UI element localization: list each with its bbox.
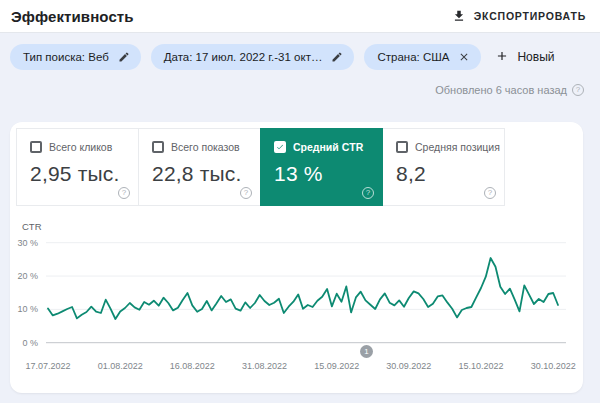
checkbox-unchecked-icon[interactable] — [30, 141, 42, 153]
performance-panel: Всего кликов 2,95 тыс. ? Всего показов 2… — [10, 122, 583, 393]
svg-text:20 %: 20 % — [17, 271, 38, 281]
last-updated-text: Обновлено 6 часов назад — [435, 84, 567, 96]
svg-text:16.08.2022: 16.08.2022 — [170, 361, 215, 371]
export-button[interactable]: Экспортировать — [452, 9, 586, 23]
filter-bar: Тип поиска: Веб Дата: 17 июл. 2022 г.-31… — [10, 44, 558, 70]
svg-text:CTR: CTR — [22, 221, 42, 232]
svg-text:15.10.2022: 15.10.2022 — [458, 361, 503, 371]
ctr-line-chart[interactable]: 30 %20 %10 %0 %CTR17.07.202201.08.202216… — [10, 217, 583, 377]
metric-card-average-position[interactable]: Средняя позиция 8,2 ? — [382, 128, 505, 206]
download-icon — [452, 9, 466, 23]
metric-label: Средняя позиция — [415, 141, 500, 153]
svg-text:10 %: 10 % — [17, 304, 38, 314]
metric-value: 8,2 — [396, 162, 504, 186]
chart-pagination-indicator[interactable]: 1 — [360, 345, 373, 358]
plus-icon — [495, 49, 509, 66]
metric-label: Всего показов — [171, 141, 240, 153]
remove-filter-icon[interactable] — [455, 48, 473, 66]
svg-text:30.10.2022: 30.10.2022 — [531, 361, 576, 371]
metric-value: 13 % — [274, 162, 382, 186]
help-icon[interactable]: ? — [484, 187, 496, 199]
svg-text:15.09.2022: 15.09.2022 — [314, 361, 359, 371]
help-icon[interactable]: ? — [572, 84, 584, 96]
filter-chip-country-label: Страна: США — [377, 51, 449, 63]
export-button-label: Экспортировать — [474, 10, 586, 22]
metric-label: Средний CTR — [293, 141, 363, 153]
last-updated-status: Обновлено 6 часов назад ? — [435, 84, 584, 96]
metric-cards-row: Всего кликов 2,95 тыс. ? Всего показов 2… — [16, 128, 505, 206]
metric-card-total-impressions[interactable]: Всего показов 22,8 тыс. ? — [138, 128, 261, 206]
edit-pencil-icon[interactable] — [328, 48, 346, 66]
svg-text:31.08.2022: 31.08.2022 — [242, 361, 287, 371]
metric-value: 22,8 тыс. — [152, 162, 260, 186]
top-bar: Эффективность Экспортировать — [0, 0, 600, 33]
checkbox-unchecked-icon[interactable] — [152, 141, 164, 153]
help-icon[interactable]: ? — [118, 187, 130, 199]
svg-text:30 %: 30 % — [17, 238, 38, 248]
new-filter-button[interactable]: Новый — [491, 49, 558, 66]
svg-text:0 %: 0 % — [22, 338, 38, 348]
filter-chip-date-range[interactable]: Дата: 17 июл. 2022 г.-31 окт… — [151, 44, 355, 70]
page-title: Эффективность — [11, 8, 134, 25]
checkbox-unchecked-icon[interactable] — [396, 141, 408, 153]
metric-label: Всего кликов — [49, 141, 112, 153]
help-icon[interactable]: ? — [362, 187, 374, 199]
checkbox-checked-icon[interactable] — [274, 141, 286, 153]
svg-text:17.07.2022: 17.07.2022 — [25, 361, 70, 371]
new-filter-label: Новый — [517, 50, 554, 64]
edit-pencil-icon[interactable] — [115, 48, 133, 66]
svg-text:01.08.2022: 01.08.2022 — [98, 361, 143, 371]
filter-chip-country[interactable]: Страна: США — [364, 44, 481, 70]
filter-chip-date-range-label: Дата: 17 июл. 2022 г.-31 окт… — [164, 51, 323, 63]
svg-text:30.09.2022: 30.09.2022 — [386, 361, 431, 371]
metric-value: 2,95 тыс. — [30, 162, 138, 186]
help-icon[interactable]: ? — [240, 187, 252, 199]
filter-chip-search-type-label: Тип поиска: Веб — [23, 51, 109, 63]
metric-card-average-ctr[interactable]: Средний CTR 13 % ? — [260, 128, 383, 206]
metric-card-total-clicks[interactable]: Всего кликов 2,95 тыс. ? — [16, 128, 139, 206]
filter-chip-search-type[interactable]: Тип поиска: Веб — [10, 44, 141, 70]
